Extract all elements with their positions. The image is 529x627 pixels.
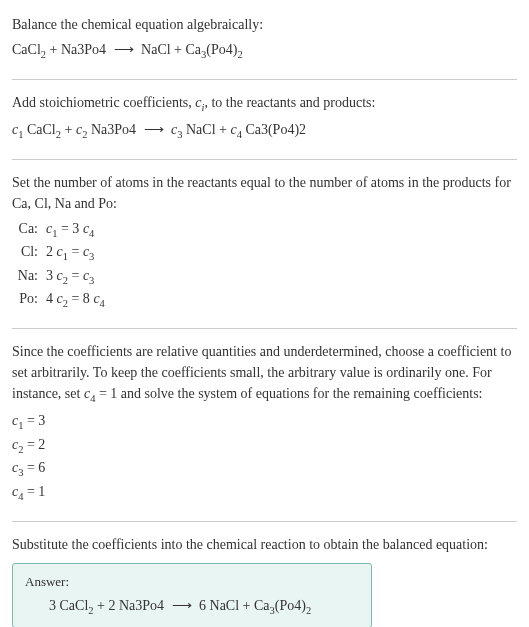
sub: 3	[89, 251, 94, 262]
reactant-cacl2: CaCl	[12, 42, 41, 57]
sub: 4	[100, 298, 105, 309]
sp2: Na3Po4	[87, 122, 136, 137]
divider	[12, 159, 517, 160]
sub: 3	[89, 275, 94, 286]
atom-equations: Ca: c1 = 3 c4 Cl: 2 c1 = c3 Na: 3 c2 = c…	[12, 218, 517, 312]
pre: 2	[46, 244, 57, 259]
product-po4: (Po4)	[206, 42, 237, 57]
sp3: NaCl +	[182, 122, 230, 137]
set-val: = 1	[95, 386, 117, 401]
section-answer: Substitute the coefficients into the che…	[12, 528, 517, 627]
intro-part1: Add stoichiometric coefficients,	[12, 95, 195, 110]
divider	[12, 521, 517, 522]
sp1: CaCl	[23, 122, 55, 137]
sub: 4	[89, 227, 94, 238]
atom-row-cl: Cl: 2 c1 = c3	[12, 241, 517, 265]
intro-part2: and solve the system of equations for th…	[117, 386, 482, 401]
answer-intro: Substitute the coefficients into the che…	[12, 534, 517, 555]
arrow-icon: ⟶	[168, 598, 196, 613]
coeff-c2: c2 = 2	[12, 434, 517, 458]
stoich-intro: Add stoichiometric coefficients, ci, to …	[12, 92, 517, 116]
coeff-c4: c4 = 1	[12, 481, 517, 505]
intro-text: Balance the chemical equation algebraica…	[12, 14, 517, 35]
p2: (Po4)	[275, 598, 306, 613]
sp4: Ca3(Po4)2	[242, 122, 306, 137]
product-nacl-ca: NaCl + Ca	[141, 42, 201, 57]
atom-eq-po: 4 c2 = 8 c4	[46, 288, 105, 312]
sub-2b: 2	[237, 49, 242, 60]
atom-eq-cl: 2 c1 = c3	[46, 241, 94, 265]
plus1: +	[61, 122, 76, 137]
atom-label-cl: Cl:	[12, 241, 46, 262]
atom-label-ca: Ca:	[12, 218, 46, 239]
mid: = 8	[68, 291, 93, 306]
val: = 3	[23, 413, 45, 428]
section-solve: Since the coefficients are relative quan…	[12, 335, 517, 515]
r1: 3 CaCl	[49, 598, 88, 613]
plus-r2: + 2 Na3Po4	[94, 598, 165, 613]
unbalanced-equation: CaCl2 + Na3Po4 ⟶ NaCl + Ca3(Po4)2	[12, 39, 517, 63]
mid: = 3	[57, 221, 82, 236]
answer-box: Answer: 3 CaCl2 + 2 Na3Po4 ⟶ 6 NaCl + Ca…	[12, 563, 372, 627]
section-balance-intro: Balance the chemical equation algebraica…	[12, 8, 517, 73]
pre: 4	[46, 291, 57, 306]
atoms-intro: Set the number of atoms in the reactants…	[12, 172, 517, 214]
plus: +	[46, 42, 61, 57]
balanced-equation: 3 CaCl2 + 2 Na3Po4 ⟶ 6 NaCl + Ca3(Po4)2	[25, 595, 359, 619]
p2-sub: 2	[306, 605, 311, 616]
val: = 6	[23, 460, 45, 475]
reactant-na3po4: Na3Po4	[61, 42, 106, 57]
arrow-icon: ⟶	[110, 42, 138, 57]
mid: =	[68, 268, 83, 283]
coeff-c3: c3 = 6	[12, 457, 517, 481]
atom-label-po: Po:	[12, 288, 46, 309]
atom-label-na: Na:	[12, 265, 46, 286]
atom-eq-na: 3 c2 = c3	[46, 265, 94, 289]
atom-row-na: Na: 3 c2 = c3	[12, 265, 517, 289]
mid: =	[68, 244, 83, 259]
p1: 6 NaCl + Ca	[199, 598, 270, 613]
divider	[12, 328, 517, 329]
intro-part2: , to the reactants and products:	[204, 95, 375, 110]
divider	[12, 79, 517, 80]
solve-intro: Since the coefficients are relative quan…	[12, 341, 517, 407]
arrow-icon: ⟶	[140, 122, 168, 137]
val: = 2	[23, 437, 45, 452]
atom-row-ca: Ca: c1 = 3 c4	[12, 218, 517, 242]
section-stoich: Add stoichiometric coefficients, ci, to …	[12, 86, 517, 153]
answer-label: Answer:	[25, 572, 359, 592]
coefficient-list: c1 = 3 c2 = 2 c3 = 6 c4 = 1	[12, 410, 517, 504]
coeff-c1: c1 = 3	[12, 410, 517, 434]
stoich-equation: c1 CaCl2 + c2 Na3Po4 ⟶ c3 NaCl + c4 Ca3(…	[12, 119, 517, 143]
pre: 3	[46, 268, 57, 283]
section-atoms: Set the number of atoms in the reactants…	[12, 166, 517, 322]
atom-eq-ca: c1 = 3 c4	[46, 218, 94, 242]
val: = 1	[23, 484, 45, 499]
atom-row-po: Po: 4 c2 = 8 c4	[12, 288, 517, 312]
